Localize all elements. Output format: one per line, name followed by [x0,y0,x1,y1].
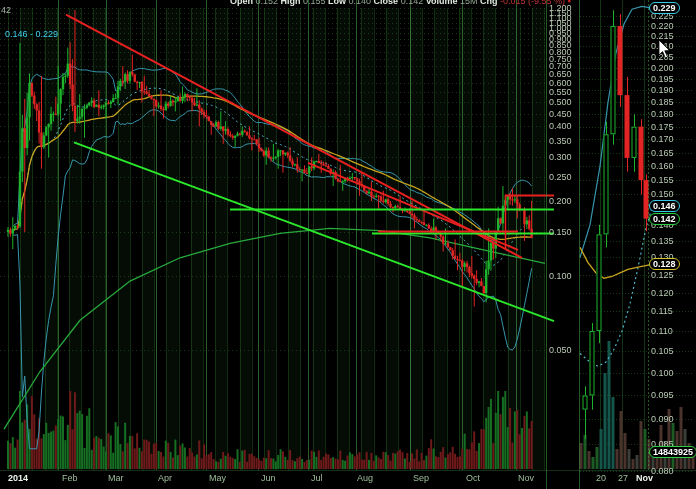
price-badge: 0.146 [649,200,680,212]
main-y-tick: 0.450 [549,109,572,119]
panel-y-tick: 0.090 [651,414,674,424]
panel-y-tick: 0.220 [651,21,674,31]
main-x-label: Apr [158,473,172,483]
main-x-label: Sep [413,473,429,483]
panel-y-tick: 0.185 [651,97,674,107]
trading-chart-window: Open 0.152 High 0.155 Low 0.140 Close 0.… [0,0,696,489]
panel-y-tick: 0.175 [651,122,674,132]
ohlc-value: 15M [460,0,480,6]
panel-x-label: 20 [596,473,606,483]
ohlc-value: 0.140 [349,0,374,6]
main-x-label: Jul [311,473,323,483]
price-badge: 0.229 [649,2,680,14]
panel-y-tick: 0.105 [651,346,674,356]
price-badge: 0.128 [649,258,680,270]
main-x-label: Nov [518,473,534,483]
panel-y-tick: 0.100 [651,368,674,378]
ohlc-value: 0.152 [256,0,281,6]
panel-y-tick: 0.165 [651,148,674,158]
main-y-tick: 0.500 [549,97,572,107]
main-x-label: Feb [62,473,78,483]
panel-y-tick: 0.110 [651,326,673,336]
ohlc-label: Open [230,0,256,6]
panel-y-tick: 0.120 [651,288,674,298]
panel-y-tick: 0.095 [651,390,674,400]
ohlc-label: High [281,0,304,6]
panel-y-tick: 0.155 [651,175,674,185]
corner-value-label: 42 [1,5,11,15]
ohlc-label: Volume [426,0,460,6]
ohlc-label: Close [374,0,401,6]
main-y-tick: 0.400 [549,121,572,131]
main-y-tick: 0.250 [549,172,572,182]
panel-y-tick: 0.180 [651,109,674,119]
main-y-tick: 0.100 [549,271,572,281]
ohlc-value: 0.155 [303,0,328,6]
bollinger-range-label: 0.146 - 0.229 [5,29,58,39]
main-y-tick: 0.150 [549,227,572,237]
price-chart-canvas[interactable] [0,0,696,489]
panel-y-tick: 0.190 [651,85,674,95]
ohlc-value: -0.015 (-9.55 %) [500,0,568,6]
panel-y-tick: 0.115 [651,306,673,316]
panel-y-tick: 0.195 [651,74,674,84]
panel-y-tick: 0.080 [651,466,674,476]
panel-y-tick: 0.135 [651,236,674,246]
panel-y-tick: 0.200 [651,63,674,73]
panel-y-tick: 0.170 [651,134,674,144]
main-y-tick: 0.550 [549,87,572,97]
price-badge: 14843925 [649,446,696,458]
main-y-tick: 0.050 [549,345,572,355]
main-x-label: Mar [108,473,124,483]
main-x-label: 2014 [8,473,28,483]
panel-x-label: Nov [636,473,653,483]
main-y-tick: 0.350 [549,136,572,146]
price-badge: 0.142 [649,213,680,225]
panel-x-label: 27 [618,473,628,483]
ohlc-value: 0.142 [401,0,426,6]
main-y-tick: 0.200 [549,196,572,206]
mouse-cursor-icon [658,40,672,60]
ohlc-label: Chg [480,0,500,6]
panel-y-tick: 0.125 [651,270,674,280]
main-y-tick: 0.300 [549,152,572,162]
main-x-label: May [209,473,226,483]
alert-icon: ▪ [568,0,571,6]
main-x-label: Oct [466,473,480,483]
ohlc-summary-bar: Open 0.152 High 0.155 Low 0.140 Close 0.… [230,0,571,6]
panel-y-tick: 0.150 [651,189,674,199]
main-x-label: Aug [357,473,373,483]
main-x-label: Jun [261,473,276,483]
ohlc-label: Low [328,0,349,6]
panel-y-tick: 0.160 [651,161,674,171]
